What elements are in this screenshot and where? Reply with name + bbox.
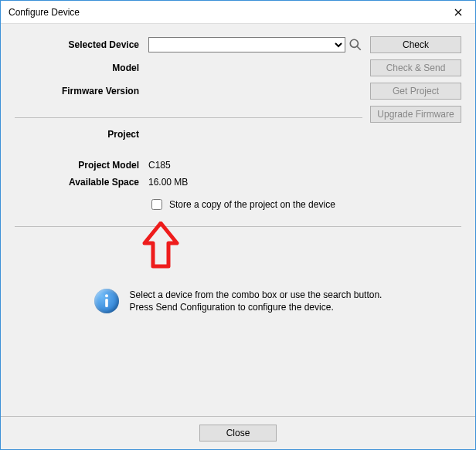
project-label: Project	[15, 129, 142, 140]
firmware-version-label: Firmware Version	[15, 86, 142, 96]
close-icon	[454, 8, 462, 16]
window-close-button[interactable]	[440, 1, 475, 24]
check-send-button[interactable]: Check & Send	[370, 59, 461, 76]
project-model-label: Project Model	[15, 160, 142, 171]
search-icon[interactable]	[348, 38, 362, 52]
section-divider	[15, 117, 362, 118]
info-icon	[94, 289, 119, 313]
titlebar: Configure Device	[1, 1, 475, 24]
get-project-button[interactable]: Get Project	[370, 83, 461, 100]
svg-rect-3	[105, 299, 108, 307]
svg-line-1	[357, 46, 361, 50]
selected-device-label: Selected Device	[15, 39, 142, 50]
available-space-value: 16.00 MB	[148, 177, 362, 188]
project-model-value: C185	[148, 160, 362, 171]
info-line1: Select a device from the combo box or us…	[130, 289, 382, 301]
svg-point-2	[105, 294, 108, 297]
info-block: Select a device from the combo box or us…	[15, 289, 461, 313]
upgrade-firmware-button[interactable]: Upgrade Firmware	[370, 106, 461, 123]
window-title: Configure Device	[8, 7, 80, 18]
available-space-label: Available Space	[15, 177, 142, 188]
selected-device-dropdown[interactable]	[148, 37, 345, 52]
annotation-arrow-icon	[141, 222, 180, 272]
store-copy-label: Store a copy of the project on the devic…	[169, 199, 335, 210]
configure-device-window: Configure Device Selected Device Check M…	[0, 0, 476, 450]
info-line2: Press Send Configuration to configure th…	[130, 301, 382, 313]
model-label: Model	[15, 63, 142, 73]
store-copy-checkbox[interactable]	[151, 199, 162, 210]
info-text: Select a device from the combo box or us…	[130, 289, 382, 313]
svg-point-0	[350, 39, 358, 47]
content-area: Selected Device Check Model Check & Send…	[1, 24, 475, 416]
horizontal-divider	[15, 226, 461, 227]
check-button[interactable]: Check	[370, 36, 461, 53]
footer: Close	[1, 416, 475, 449]
close-button[interactable]: Close	[199, 425, 277, 442]
